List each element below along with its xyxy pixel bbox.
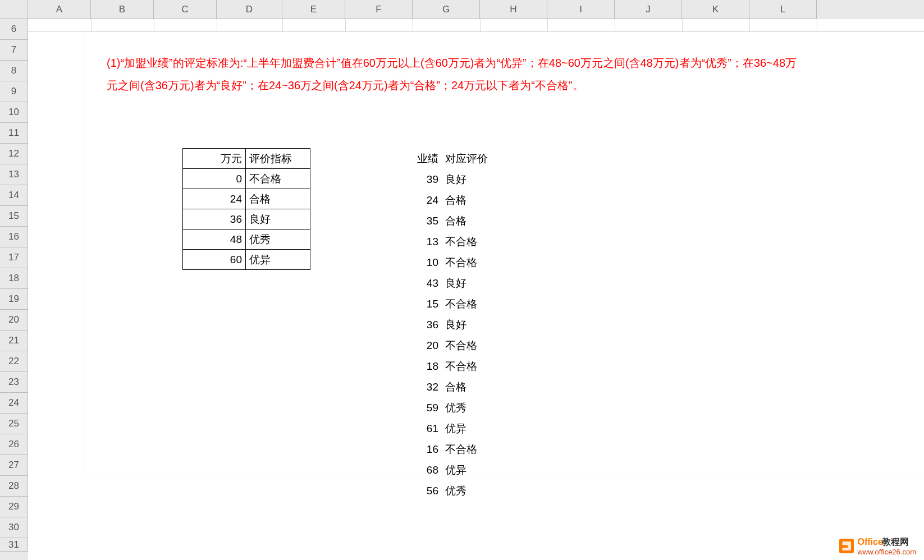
perf-head-label[interactable]: 对应评价 [442, 148, 520, 169]
col-header-H[interactable]: H [480, 0, 547, 19]
perf-row[interactable]: 24合格 [374, 190, 520, 210]
perf-cell-label[interactable]: 良好 [442, 169, 520, 190]
grid-area[interactable]: (1)“加盟业绩”的评定标准为:“上半年加盟费合计”值在60万元以上(含60万元… [28, 19, 924, 560]
perf-cell-value[interactable]: 32 [374, 377, 442, 397]
row-header-25[interactable]: 25 [0, 414, 28, 434]
criteria-cell-value[interactable]: 24 [183, 189, 246, 209]
col-header-B[interactable]: B [91, 0, 154, 19]
perf-row[interactable]: 59优秀 [374, 397, 520, 418]
perf-cell-label[interactable]: 不合格 [442, 439, 520, 460]
criteria-cell-value[interactable]: 36 [183, 209, 246, 229]
select-all-corner[interactable] [0, 0, 28, 19]
row-header-15[interactable]: 15 [0, 206, 28, 227]
perf-row[interactable]: 43良好 [374, 273, 520, 293]
row-header-12[interactable]: 12 [0, 144, 28, 164]
criteria-row[interactable]: 48优秀 [183, 229, 310, 250]
perf-row[interactable]: 35合格 [374, 210, 520, 231]
col-header-J[interactable]: J [615, 0, 682, 19]
criteria-cell-label[interactable]: 不合格 [246, 169, 310, 189]
row-header-20[interactable]: 20 [0, 310, 28, 331]
perf-cell-label[interactable]: 不合格 [442, 252, 520, 273]
perf-row[interactable]: 68优异 [374, 460, 520, 480]
row-header-7[interactable]: 7 [0, 40, 28, 61]
row-header-19[interactable]: 19 [0, 289, 28, 310]
row-header-16[interactable]: 16 [0, 227, 28, 247]
perf-cell-label[interactable]: 良好 [442, 273, 520, 293]
criteria-cell-label[interactable]: 合格 [246, 189, 310, 209]
row-header-29[interactable]: 29 [0, 497, 28, 517]
criteria-row[interactable]: 60优异 [183, 250, 310, 270]
criteria-head-value[interactable]: 万元 [183, 149, 246, 169]
perf-cell-label[interactable]: 优秀 [442, 480, 520, 501]
perf-row[interactable]: 16不合格 [374, 439, 520, 460]
criteria-row[interactable]: 24合格 [183, 189, 310, 209]
row-header-10[interactable]: 10 [0, 102, 28, 123]
perf-cell-value[interactable]: 20 [374, 335, 442, 356]
row-header-31[interactable]: 31 [0, 538, 28, 552]
perf-row[interactable]: 39良好 [374, 169, 520, 190]
perf-cell-value[interactable]: 16 [374, 439, 442, 460]
perf-head-value[interactable]: 业绩 [374, 148, 442, 169]
perf-cell-value[interactable]: 18 [374, 356, 442, 377]
perf-cell-label[interactable]: 优异 [442, 460, 520, 480]
criteria-cell-label[interactable]: 优异 [246, 250, 310, 270]
row-header-28[interactable]: 28 [0, 476, 28, 497]
row-header-9[interactable]: 9 [0, 81, 28, 102]
perf-cell-value[interactable]: 10 [374, 252, 442, 273]
perf-cell-value[interactable]: 35 [374, 210, 442, 231]
perf-row[interactable]: 56优秀 [374, 480, 520, 501]
perf-row[interactable]: 61优异 [374, 418, 520, 439]
perf-cell-value[interactable]: 56 [374, 480, 442, 501]
perf-cell-value[interactable]: 24 [374, 190, 442, 210]
row-header-14[interactable]: 14 [0, 185, 28, 206]
perf-cell-value[interactable]: 61 [374, 418, 442, 439]
col-header-G[interactable]: G [413, 0, 480, 19]
perf-cell-value[interactable]: 39 [374, 169, 442, 190]
perf-cell-label[interactable]: 良好 [442, 314, 520, 335]
perf-row[interactable]: 15不合格 [374, 293, 520, 314]
row-header-6[interactable]: 6 [0, 19, 28, 40]
col-header-C[interactable]: C [154, 0, 217, 19]
row-header-13[interactable]: 13 [0, 164, 28, 185]
criteria-row[interactable]: 36良好 [183, 209, 310, 229]
perf-cell-label[interactable]: 合格 [442, 210, 520, 231]
perf-cell-value[interactable]: 59 [374, 397, 442, 418]
criteria-cell-label[interactable]: 良好 [246, 209, 310, 229]
perf-cell-label[interactable]: 合格 [442, 190, 520, 210]
row-header-26[interactable]: 26 [0, 434, 28, 455]
perf-row[interactable]: 10不合格 [374, 252, 520, 273]
row-header-23[interactable]: 23 [0, 372, 28, 393]
row-header-27[interactable]: 27 [0, 455, 28, 476]
perf-row[interactable]: 13不合格 [374, 231, 520, 252]
col-header-A[interactable]: A [28, 0, 91, 19]
perf-cell-value[interactable]: 36 [374, 314, 442, 335]
criteria-cell-value[interactable]: 60 [183, 250, 246, 270]
perf-cell-label[interactable]: 优异 [442, 418, 520, 439]
row-header-22[interactable]: 22 [0, 351, 28, 372]
perf-cell-label[interactable]: 不合格 [442, 335, 520, 356]
col-header-K[interactable]: K [682, 0, 749, 19]
row-header-21[interactable]: 21 [0, 331, 28, 351]
perf-cell-label[interactable]: 不合格 [442, 231, 520, 252]
row-header-11[interactable]: 11 [0, 123, 28, 144]
perf-row[interactable]: 32合格 [374, 377, 520, 397]
col-header-E[interactable]: E [282, 0, 345, 19]
perf-cell-label[interactable]: 优秀 [442, 397, 520, 418]
criteria-cell-value[interactable]: 48 [183, 229, 246, 250]
perf-cell-label[interactable]: 不合格 [442, 356, 520, 377]
col-header-I[interactable]: I [547, 0, 615, 19]
perf-cell-label[interactable]: 不合格 [442, 293, 520, 314]
col-header-L[interactable]: L [749, 0, 817, 19]
criteria-row[interactable]: 0不合格 [183, 169, 310, 189]
criteria-cell-label[interactable]: 优秀 [246, 229, 310, 250]
col-header-D[interactable]: D [217, 0, 282, 19]
criteria-cell-value[interactable]: 0 [183, 169, 246, 189]
perf-cell-value[interactable]: 43 [374, 273, 442, 293]
row-header-24[interactable]: 24 [0, 393, 28, 414]
perf-row[interactable]: 18不合格 [374, 356, 520, 377]
row-header-18[interactable]: 18 [0, 268, 28, 289]
perf-cell-value[interactable]: 68 [374, 460, 442, 480]
row-header-17[interactable]: 17 [0, 247, 28, 268]
perf-row[interactable]: 36良好 [374, 314, 520, 335]
col-header-F[interactable]: F [345, 0, 413, 19]
